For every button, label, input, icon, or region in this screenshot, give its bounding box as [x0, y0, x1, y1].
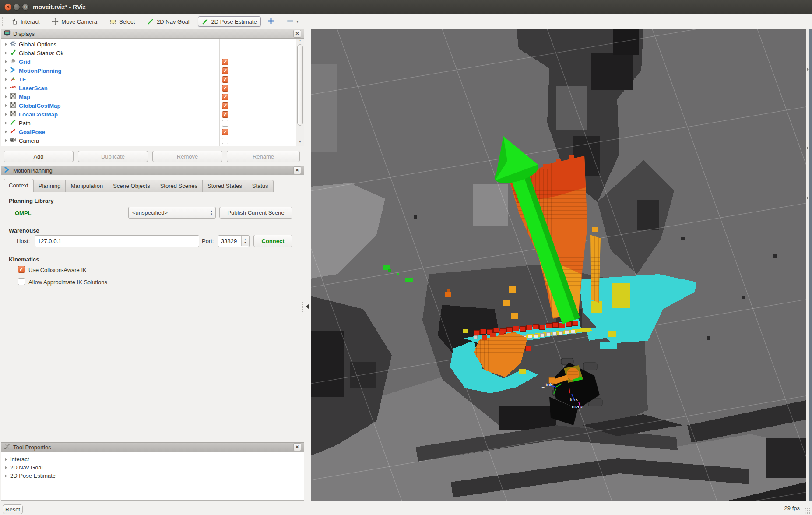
display-row-globalcostmap[interactable]: GlobalCostMap: [1, 101, 215, 110]
collision-aware-ik-checkbox[interactable]: ✓: [18, 266, 25, 273]
maximize-window-icon[interactable]: ▢: [22, 4, 29, 11]
expander-icon[interactable]: [5, 51, 7, 55]
path-icon: [10, 119, 16, 127]
displays-tree: Global Options Global Status: Ok Grid Mo…: [1, 39, 304, 146]
map-icon: [10, 93, 16, 101]
display-row-grid[interactable]: Grid: [1, 57, 215, 66]
expander-icon[interactable]: [5, 104, 7, 107]
add-tool-icon[interactable]: [267, 17, 275, 26]
camera-enable-checkbox[interactable]: [222, 138, 228, 144]
tf-frame-label: _link: [567, 397, 579, 402]
status-bar: Reset 29 fps: [0, 502, 812, 515]
approximate-ik-label: Allow Approximate IK Solutions: [28, 279, 107, 286]
tools-icon: [4, 443, 11, 451]
spinner-arrows-icon[interactable]: ▲▼: [241, 236, 249, 246]
expand-panel-icon[interactable]: [807, 146, 809, 150]
display-row-global-status[interactable]: Global Status: Ok: [1, 49, 215, 57]
add-display-button[interactable]: Add: [4, 151, 74, 162]
display-row-goalpose[interactable]: GoalPose: [1, 127, 215, 136]
globalcostmap-enable-checkbox[interactable]: ✓: [222, 102, 228, 109]
close-icon[interactable]: ✕: [293, 443, 301, 451]
tool-select-button[interactable]: Select: [105, 16, 139, 27]
tab-context[interactable]: Context: [4, 179, 34, 192]
spinner-arrows-icon[interactable]: ▲▼: [208, 208, 215, 218]
scroll-down-icon[interactable]: ▼: [296, 139, 304, 145]
display-row-path[interactable]: Path: [1, 119, 215, 127]
display-row-tf[interactable]: TF: [1, 75, 215, 84]
expander-icon[interactable]: [5, 466, 7, 469]
display-row-global-options[interactable]: Global Options: [1, 40, 215, 49]
tool-move-camera-button[interactable]: Move Camera: [48, 16, 101, 27]
host-input[interactable]: [35, 235, 199, 247]
expander-icon[interactable]: [5, 60, 7, 63]
motionplanning-panel-header[interactable]: MotionPlanning ✕: [1, 166, 304, 175]
expander-icon[interactable]: [5, 121, 7, 125]
resize-grip[interactable]: [804, 508, 810, 514]
tab-manipulation[interactable]: Manipulation: [66, 180, 108, 192]
display-row-localcostmap[interactable]: LocalCostMap: [1, 110, 215, 119]
connect-button[interactable]: Connect: [253, 235, 292, 247]
display-row-motionplanning[interactable]: MotionPlanning: [1, 66, 215, 75]
displays-scrollbar[interactable]: ⌃ ▼: [296, 39, 304, 146]
expand-panel-icon[interactable]: [807, 196, 809, 200]
display-row-laserscan[interactable]: LaserScan: [1, 84, 215, 92]
tab-scene-objects[interactable]: Scene Objects: [108, 180, 155, 192]
tool-interact-button[interactable]: Interact: [7, 16, 43, 27]
expand-panel-icon[interactable]: [807, 67, 809, 71]
tool-2d-pose-estimate-button[interactable]: 2D Pose Estimate: [198, 16, 261, 27]
expander-icon[interactable]: [5, 130, 7, 134]
minimize-window-icon[interactable]: −: [13, 4, 20, 11]
approximate-ik-checkbox[interactable]: [18, 278, 25, 285]
tab-stored-states[interactable]: Stored States: [203, 180, 247, 192]
scrollbar-thumb[interactable]: [297, 44, 303, 126]
rename-display-button[interactable]: Rename: [227, 151, 300, 162]
tab-status[interactable]: Status: [247, 180, 274, 192]
remove-display-button[interactable]: Remove: [152, 151, 222, 162]
planner-select[interactable]: <unspecified> ▲▼: [128, 207, 216, 219]
expander-icon[interactable]: [5, 113, 7, 116]
display-row-map[interactable]: Map: [1, 92, 215, 101]
port-spinbox[interactable]: 33829 ▲▼: [218, 235, 250, 247]
grid-enable-checkbox[interactable]: ✓: [222, 59, 228, 65]
map-enable-checkbox[interactable]: ✓: [222, 94, 228, 100]
port-label: Port:: [202, 238, 214, 244]
tool-prop-interact[interactable]: Interact: [1, 455, 29, 463]
expander-icon[interactable]: [5, 474, 7, 478]
column-divider: [152, 452, 152, 500]
chevron-down-icon[interactable]: ▼: [296, 20, 299, 24]
localcostmap-enable-checkbox[interactable]: ✓: [222, 111, 228, 118]
expander-icon[interactable]: [5, 42, 7, 46]
remove-tool-icon[interactable]: [286, 17, 294, 26]
duplicate-display-button[interactable]: Duplicate: [78, 151, 148, 162]
reset-button[interactable]: Reset: [3, 504, 23, 514]
collapse-panel-icon[interactable]: [306, 304, 309, 309]
toolbar-grip[interactable]: [2, 17, 4, 26]
tab-stored-scenes[interactable]: Stored Scenes: [155, 180, 203, 192]
expander-icon[interactable]: [5, 95, 7, 99]
motionplanning-enable-checkbox[interactable]: ✓: [222, 67, 228, 74]
3d-viewport[interactable]: _link _link map: [311, 29, 806, 501]
display-row-camera[interactable]: Camera: [1, 136, 215, 145]
expander-icon[interactable]: [5, 139, 7, 142]
expander-icon[interactable]: [5, 86, 7, 90]
close-icon[interactable]: ✕: [293, 30, 301, 38]
window-title: moveit.rviz* - RViz: [33, 0, 86, 14]
expander-icon[interactable]: [5, 458, 7, 461]
title-bar[interactable]: ✕ − ▢ moveit.rviz* - RViz: [0, 0, 812, 14]
laserscan-enable-checkbox[interactable]: ✓: [222, 85, 228, 92]
tf-frame-label: map: [572, 404, 582, 409]
displays-panel-header[interactable]: Displays ✕: [1, 29, 304, 39]
expander-icon[interactable]: [5, 69, 7, 72]
tool-prop-2d-pose-estimate[interactable]: 2D Pose Estimate: [1, 472, 56, 480]
tool-prop-2d-nav-goal[interactable]: 2D Nav Goal: [1, 463, 42, 472]
close-icon[interactable]: ✕: [293, 166, 301, 174]
tab-planning[interactable]: Planning: [34, 180, 66, 192]
tf-enable-checkbox[interactable]: ✓: [222, 76, 228, 83]
goalpose-enable-checkbox[interactable]: ✓: [222, 129, 228, 135]
publish-current-scene-button[interactable]: Publish Current Scene: [219, 207, 292, 219]
tool-properties-panel-header[interactable]: Tool Properties ✕: [1, 442, 304, 452]
path-enable-checkbox[interactable]: [222, 120, 228, 127]
expander-icon[interactable]: [5, 78, 7, 81]
tool-2d-nav-goal-button[interactable]: 2D Nav Goal: [143, 16, 193, 27]
close-window-icon[interactable]: ✕: [4, 4, 11, 11]
